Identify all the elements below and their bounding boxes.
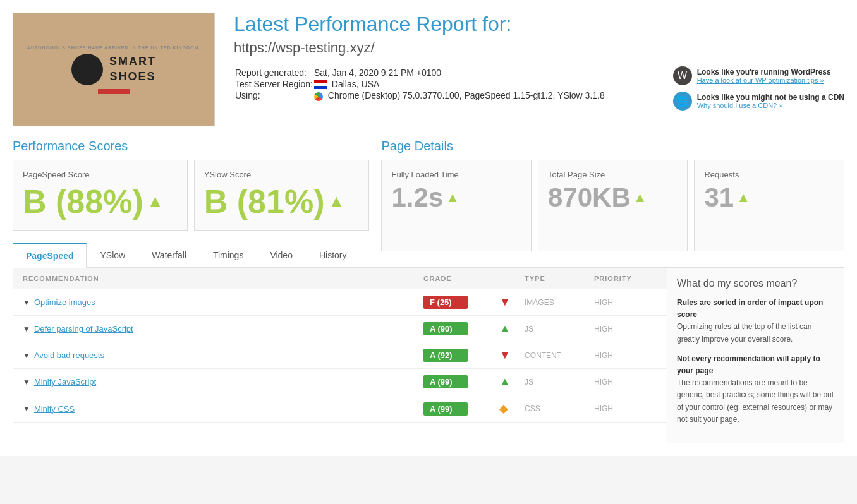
row-arrow-minify-js: ▲ — [499, 375, 525, 388]
row-type-defer-js: JS — [525, 325, 594, 333]
grade-badge-f: F (25) — [423, 296, 468, 309]
table-row: ▼ Optimize images F (25) ▼ IMAGES HIGH — [13, 289, 667, 316]
info-panel-section2-bold: Not every recommendation will apply to y… — [677, 354, 820, 375]
row-grade-minify-js: A (99) — [423, 375, 499, 388]
col-rec-header: Recommendation — [23, 275, 423, 282]
row-rec-bad-requests: ▼ Avoid bad requests — [23, 351, 423, 360]
info-panel-title: What do my scores mean? — [677, 278, 834, 289]
row-arrow-optimize-images: ▼ — [499, 296, 525, 309]
grade-badge-a: A (90) — [423, 322, 468, 335]
row-arrow-minify-css: ◆ — [499, 402, 525, 416]
pagespeed-grade: B (88%) ▲ — [23, 183, 178, 220]
region-label: Test Server Region: — [235, 79, 313, 89]
table-row: ▼ Minify CSS A (99) ◆ CSS HIGH — [13, 395, 667, 423]
cdn-tip-link[interactable]: Why should I use a CDN? » — [697, 102, 844, 109]
row-rec-minify-js: ▼ Minify JavaScript — [23, 377, 423, 387]
pagespeed-score-card: PageSpeed Score B (88%) ▲ — [13, 160, 188, 231]
cdn-icon: 🌐 — [673, 92, 692, 111]
generated-value: Sat, Jan 4, 2020 9:21 PM +0100 — [314, 68, 605, 78]
tab-pagespeed[interactable]: PageSpeed — [13, 243, 87, 268]
row-arrow-defer-js: ▲ — [499, 322, 525, 335]
cdn-tip-text: Looks like you might not be using a CDN — [697, 93, 844, 102]
row-rec-optimize-images: ▼ Optimize images — [23, 297, 423, 307]
row-rec-minify-css: ▼ Minify CSS — [23, 404, 423, 414]
requests-label: Requests — [704, 170, 834, 179]
row-priority-defer-js: HIGH — [594, 325, 657, 333]
info-panel-section1-bold: Rules are sorted in order of impact upon… — [677, 298, 823, 319]
wordpress-tip: W Looks like you're running WordPress Ha… — [673, 66, 844, 85]
row-toggle-icon[interactable]: ▼ — [23, 378, 30, 387]
info-panel-section1: Rules are sorted in order of impact upon… — [677, 297, 834, 345]
grade-badge-a: A (92) — [423, 349, 468, 362]
rec-link-defer-js[interactable]: Defer parsing of JavaScript — [34, 324, 133, 333]
row-type-minify-js: JS — [525, 378, 594, 387]
row-priority-bad-requests: HIGH — [594, 351, 657, 360]
diamond-icon: ◆ — [499, 402, 508, 415]
arrow-up-icon: ▲ — [499, 375, 511, 388]
info-panel-section2-text: The recommendations are meant to be gene… — [677, 378, 834, 424]
report-url: https://wsp-testing.xyz/ — [234, 40, 844, 56]
rec-link-optimize-images[interactable]: Optimize images — [34, 297, 95, 307]
row-type-optimize-images: IMAGES — [525, 298, 594, 307]
region-value: Dallas, USA — [314, 79, 605, 89]
info-panel-section2: Not every recommendation will apply to y… — [677, 353, 834, 426]
page-size-label: Total Page Size — [548, 170, 678, 179]
row-toggle-icon[interactable]: ▼ — [23, 325, 30, 333]
pagespeed-arrow: ▲ — [147, 191, 164, 212]
requests-arrow: ▲ — [736, 189, 750, 206]
arrow-down-icon: ▼ — [499, 349, 511, 361]
yslow-label: YSlow Score — [204, 170, 359, 179]
page-size-arrow: ▲ — [633, 189, 647, 206]
report-meta-table: Report generated: Sat, Jan 4, 2020 9:21 … — [234, 66, 606, 102]
row-priority-minify-css: HIGH — [594, 404, 657, 413]
info-panel: What do my scores mean? Rules are sorted… — [667, 268, 844, 443]
performance-scores-section: Performance Scores PageSpeed Score B (88… — [13, 139, 368, 231]
page-details-title: Page Details — [381, 139, 844, 153]
tab-yslow[interactable]: YSlow — [87, 243, 138, 267]
col-grade-header: Grade — [423, 275, 499, 282]
pagespeed-label: PageSpeed Score — [23, 170, 178, 179]
loaded-time-value: 1.2s ▲ — [391, 183, 521, 213]
rec-link-minify-css[interactable]: Minify CSS — [34, 404, 75, 414]
col-priority-header: Priority — [594, 275, 657, 282]
row-type-minify-css: CSS — [525, 404, 594, 413]
report-title: Latest Performance Report for: — [234, 13, 844, 36]
wordpress-icon: W — [673, 66, 692, 85]
report-info: Latest Performance Report for: https://w… — [234, 13, 844, 111]
row-grade-bad-requests: A (92) — [423, 349, 499, 362]
meta-tips: W Looks like you're running WordPress Ha… — [673, 66, 844, 111]
rec-link-bad-requests[interactable]: Avoid bad requests — [34, 351, 104, 360]
rec-link-minify-js[interactable]: Minify JavaScript — [34, 377, 96, 387]
using-label: Using: — [235, 90, 313, 100]
tab-waterfall[interactable]: Waterfall — [138, 243, 200, 267]
info-panel-section1-text: Optimizing rules at the top of the list … — [677, 322, 811, 343]
row-grade-minify-css: A (99) — [423, 402, 499, 416]
arrow-up-icon: ▲ — [499, 322, 511, 335]
col-arrow-header — [499, 275, 525, 282]
site-preview: AUTONOMOUS SHOES HAVE ARRIVED IN THE UNI… — [13, 13, 215, 126]
tab-history[interactable]: History — [306, 243, 360, 267]
row-priority-optimize-images: HIGH — [594, 298, 657, 307]
requests-card: Requests 31 ▲ — [694, 160, 844, 251]
wp-tip-text: Looks like you're running WordPress — [697, 68, 831, 76]
table-row: ▼ Minify JavaScript A (99) ▲ JS HIGH — [13, 369, 667, 395]
tab-timings[interactable]: Timings — [200, 243, 257, 267]
page-size-value: 870KB ▲ — [548, 183, 678, 213]
wp-tip-link[interactable]: Have a look at our WP optimization tips … — [697, 76, 831, 84]
row-toggle-icon[interactable]: ▼ — [23, 404, 30, 413]
table-header: Recommendation Grade Type Priority — [13, 268, 667, 289]
row-arrow-bad-requests: ▼ — [499, 349, 525, 362]
yslow-score-card: YSlow Score B (81%) ▲ — [194, 160, 369, 231]
col-type-header: Type — [525, 275, 594, 282]
row-priority-minify-js: HIGH — [594, 378, 657, 387]
row-type-bad-requests: CONTENT — [525, 351, 594, 360]
row-grade-optimize-images: F (25) — [423, 296, 499, 309]
tab-video[interactable]: Video — [257, 243, 306, 267]
arrow-down-icon: ▼ — [499, 296, 511, 308]
requests-value: 31 ▲ — [704, 183, 834, 213]
row-toggle-icon[interactable]: ▼ — [23, 351, 30, 360]
loaded-time-card: Fully Loaded Time 1.2s ▲ — [381, 160, 532, 251]
us-flag-icon — [314, 80, 327, 89]
grade-badge-a: A (99) — [423, 375, 468, 388]
row-toggle-icon[interactable]: ▼ — [23, 298, 30, 307]
